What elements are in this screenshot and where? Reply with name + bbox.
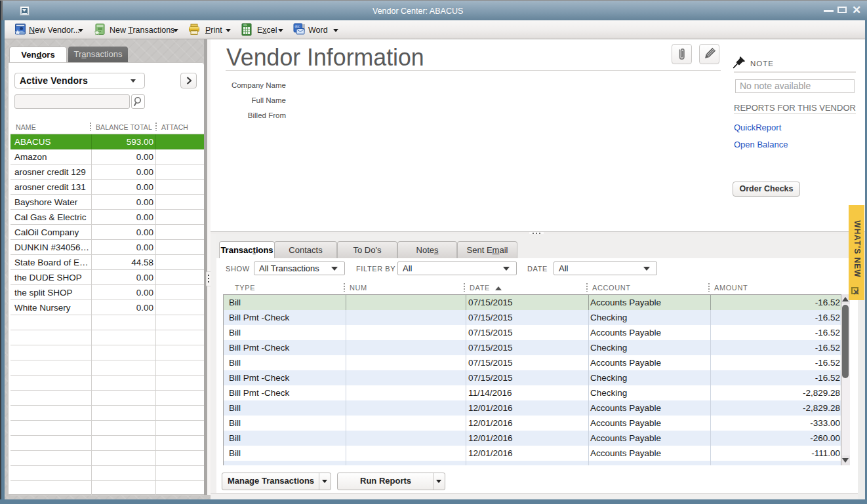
svg-text:xls: xls xyxy=(243,24,247,27)
svg-text:doc: doc xyxy=(295,25,300,28)
